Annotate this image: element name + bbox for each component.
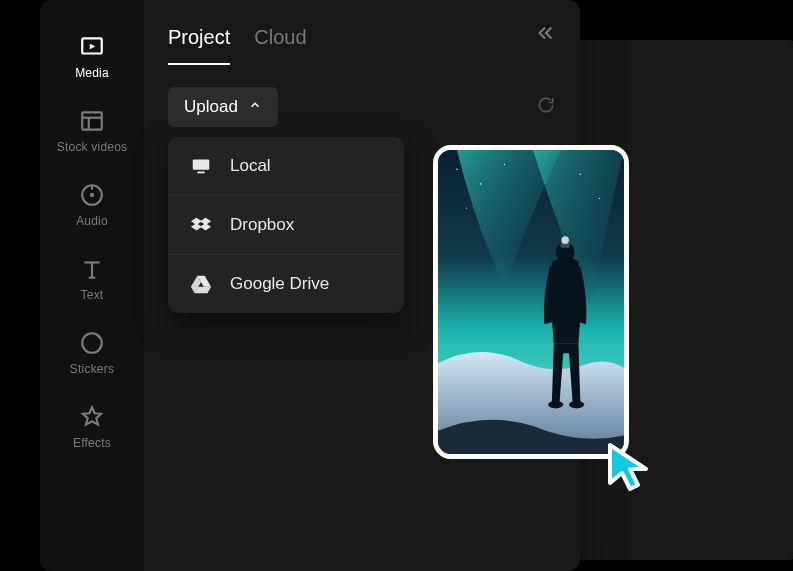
stickers-icon — [79, 330, 105, 356]
svg-point-5 — [90, 193, 94, 197]
tab-project[interactable]: Project — [168, 20, 230, 65]
dropdown-item-label: Dropbox — [230, 215, 294, 235]
svg-point-20 — [466, 207, 467, 208]
media-icon — [79, 34, 105, 60]
media-thumbnail[interactable] — [433, 145, 629, 459]
svg-point-18 — [580, 173, 582, 175]
svg-rect-13 — [197, 172, 204, 174]
sidebar-item-stickers[interactable]: Stickers — [40, 316, 144, 390]
dropdown-item-label: Google Drive — [230, 274, 329, 294]
collapse-panel-button[interactable] — [534, 22, 556, 49]
svg-rect-1 — [82, 112, 102, 129]
svg-point-23 — [561, 236, 569, 244]
sidebar-item-text[interactable]: Text — [40, 242, 144, 316]
svg-point-24 — [548, 401, 563, 409]
tabs: Project Cloud — [168, 20, 556, 65]
upload-option-google-drive[interactable]: Google Drive — [168, 255, 404, 313]
svg-point-25 — [569, 401, 584, 409]
svg-point-16 — [480, 183, 482, 185]
google-drive-icon — [190, 273, 212, 295]
upload-option-local[interactable]: Local — [168, 137, 404, 196]
refresh-button[interactable] — [536, 95, 556, 120]
tab-cloud[interactable]: Cloud — [254, 20, 306, 65]
chevron-up-icon — [248, 97, 262, 117]
dropbox-icon — [190, 214, 212, 236]
sidebar-item-stock-videos[interactable]: Stock videos — [40, 94, 144, 168]
sidebar-item-audio[interactable]: Audio — [40, 168, 144, 242]
upload-dropdown: Local Dropbox — [168, 137, 404, 313]
sidebar-item-label: Media — [75, 66, 109, 80]
dropdown-item-label: Local — [230, 156, 271, 176]
svg-point-19 — [599, 198, 600, 199]
stock-videos-icon — [79, 108, 105, 134]
sidebar-item-label: Effects — [73, 436, 111, 450]
sidebar-item-media[interactable]: Media — [40, 20, 144, 94]
sidebar-item-label: Audio — [76, 214, 108, 228]
svg-rect-12 — [193, 160, 210, 170]
svg-point-17 — [504, 164, 505, 165]
audio-icon — [79, 182, 105, 208]
monitor-icon — [190, 155, 212, 177]
effects-icon — [79, 404, 105, 430]
text-icon — [79, 256, 105, 282]
sidebar: Media Stock videos Audio — [40, 0, 144, 571]
sidebar-item-effects[interactable]: Effects — [40, 390, 144, 464]
upload-button-label: Upload — [184, 97, 238, 117]
sidebar-item-label: Stock videos — [57, 140, 127, 154]
sidebar-item-label: Text — [81, 288, 104, 302]
upload-option-dropbox[interactable]: Dropbox — [168, 196, 404, 255]
upload-button[interactable]: Upload — [168, 87, 278, 127]
toolbar: Upload — [168, 87, 556, 127]
svg-point-15 — [456, 169, 458, 171]
sidebar-item-label: Stickers — [70, 362, 114, 376]
svg-line-11 — [96, 334, 100, 338]
